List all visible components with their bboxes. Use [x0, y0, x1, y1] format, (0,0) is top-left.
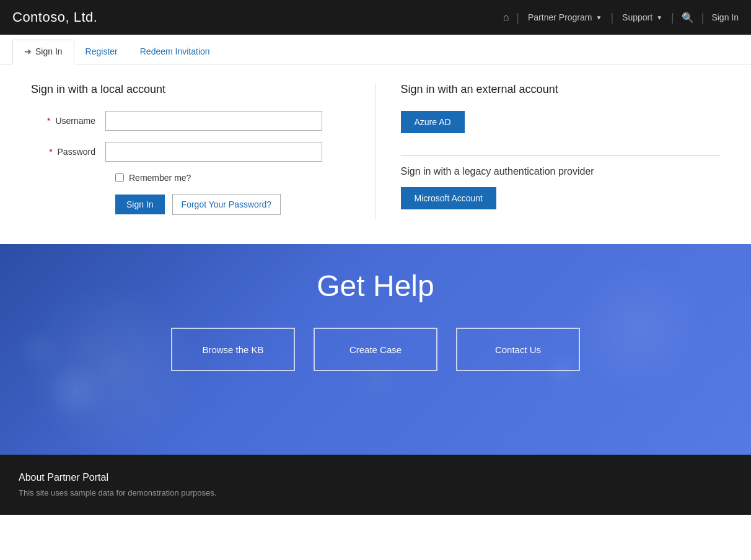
local-section-title: Sign in with a local account [31, 83, 351, 96]
topnav-signin-link[interactable]: Sign In [711, 12, 739, 22]
azure-ad-button[interactable]: Azure AD [401, 111, 465, 133]
nav-separator-2: | [610, 12, 613, 23]
external-account-section: Sign in with an external account Azure A… [376, 83, 721, 219]
footer: About Partner Portal This site uses samp… [0, 455, 751, 515]
remember-me-label: Remember me? [129, 173, 191, 183]
local-account-section: Sign in with a local account * Username … [31, 83, 376, 219]
username-required-star: * [47, 116, 50, 126]
forgot-password-button[interactable]: Forgot Your Password? [172, 194, 281, 215]
password-label: * Password [31, 147, 105, 157]
tab-signin[interactable]: ➔ Sign In [12, 40, 74, 64]
create-case-button[interactable]: Create Case [314, 328, 437, 371]
microsoft-account-button[interactable]: Microsoft Account [401, 187, 497, 209]
remember-me-row: Remember me? [115, 173, 351, 183]
top-navigation: Contoso, Ltd. ⌂ | Partner Program ▼ | Su… [0, 0, 751, 35]
password-input[interactable] [105, 142, 322, 162]
search-icon[interactable]: 🔍 [682, 12, 694, 24]
home-icon[interactable]: ⌂ [503, 12, 509, 23]
username-input[interactable] [105, 111, 322, 131]
legacy-section-title: Sign in with a legacy authentication pro… [401, 166, 721, 177]
nav-separator-4: | [701, 12, 705, 23]
tab-redeem-invitation[interactable]: Redeem Invitation [129, 40, 221, 64]
get-help-buttons: Browse the KB Create Case Contact Us [171, 328, 580, 371]
browse-kb-button[interactable]: Browse the KB [171, 328, 295, 371]
nav-separator-1: | [516, 12, 519, 23]
tabs-bar: ➔ Sign In Register Redeem Invitation [0, 35, 751, 64]
partner-program-caret: ▼ [595, 14, 602, 21]
password-row: * Password [31, 142, 351, 162]
username-row: * Username [31, 111, 351, 131]
signin-actions: Sign In Forgot Your Password? [115, 194, 351, 215]
main-content: Sign in with a local account * Username … [0, 64, 751, 244]
signin-button[interactable]: Sign In [115, 195, 165, 214]
signin-tab-icon: ➔ [24, 46, 32, 56]
remember-me-checkbox[interactable] [115, 173, 124, 182]
password-required-star: * [49, 147, 52, 157]
support-link[interactable]: Support ▼ [621, 10, 664, 25]
footer-text: This site uses sample data for demonstra… [19, 488, 732, 497]
get-help-title: Get Help [317, 269, 434, 303]
external-section-title: Sign in with an external account [401, 83, 721, 96]
nav-separator-3: | [671, 12, 674, 23]
contact-us-button[interactable]: Contact Us [456, 328, 580, 371]
nav-items: ⌂ | Partner Program ▼ | Support ▼ | 🔍 | … [503, 10, 739, 25]
get-help-section: Get Help Browse the KB Create Case Conta… [0, 244, 751, 455]
tab-register[interactable]: Register [74, 40, 129, 64]
partner-program-link[interactable]: Partner Program ▼ [527, 10, 603, 25]
support-caret: ▼ [656, 14, 662, 21]
legacy-divider [401, 155, 721, 156]
footer-title: About Partner Portal [19, 472, 732, 483]
username-label: * Username [31, 116, 105, 126]
brand-logo: Contoso, Ltd. [12, 9, 97, 25]
